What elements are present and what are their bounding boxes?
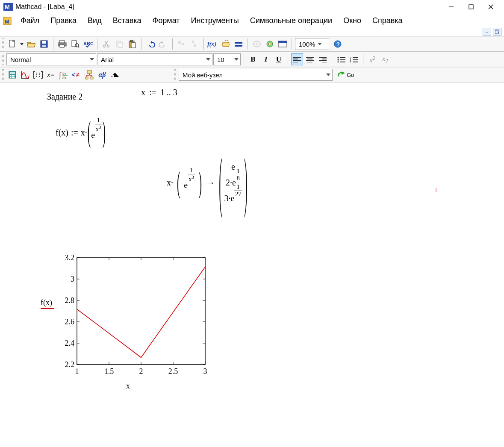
new-button[interactable]	[6, 38, 18, 50]
plot-legend: f(x)	[41, 298, 54, 309]
superscript-button[interactable]: x2	[366, 53, 378, 65]
menu-symbolics[interactable]: Символьные операции	[245, 15, 337, 27]
align-left-button[interactable]	[291, 53, 303, 65]
align-right-button[interactable]	[317, 53, 329, 65]
svg-marker-47	[318, 43, 322, 45]
svg-rect-34	[178, 41, 181, 44]
svg-marker-32	[150, 41, 152, 44]
redo-button[interactable]	[157, 38, 169, 50]
style-value: Normal	[10, 56, 31, 63]
calculate-button[interactable]	[233, 38, 245, 50]
svg-rect-40	[235, 42, 242, 44]
menu-insert[interactable]: Вставка	[108, 15, 147, 27]
svg-marker-50	[90, 58, 94, 61]
menu-tools[interactable]: Инструменты	[186, 15, 244, 27]
mathcad-resources-button[interactable]	[277, 38, 289, 50]
mdi-minimize-button[interactable]: –	[483, 28, 491, 35]
calculator-palette-button[interactable]	[6, 69, 18, 81]
italic-button[interactable]: I	[260, 53, 272, 65]
svg-rect-84	[13, 76, 15, 78]
bullets-button[interactable]	[335, 53, 347, 65]
maximize-button[interactable]	[461, 0, 481, 14]
svg-text:2.8: 2.8	[65, 296, 75, 305]
mdi-restore-button[interactable]	[493, 28, 501, 35]
svg-rect-103	[91, 77, 93, 79]
go-button[interactable]: Go	[333, 69, 358, 81]
menu-format[interactable]: Формат	[147, 15, 185, 27]
new-dropdown[interactable]	[19, 38, 24, 50]
toolbar-grip[interactable]	[2, 38, 4, 50]
font-size-combo[interactable]: 10	[213, 53, 241, 65]
chevron-down-icon	[234, 58, 239, 61]
underline-button[interactable]: U	[273, 53, 285, 65]
symbolic-palette-button[interactable]	[109, 69, 121, 81]
print-button[interactable]	[56, 38, 68, 50]
svg-text:1: 1	[75, 367, 79, 376]
svg-rect-30	[130, 40, 133, 42]
svg-point-90	[39, 76, 40, 77]
greek-palette-button[interactable]: αβ	[96, 69, 108, 81]
toolbar-grip[interactable]	[174, 69, 176, 80]
copy-button[interactable]	[113, 38, 125, 50]
plot-region[interactable]: f(x) 11.522.532.22.42.62.833.2 x	[41, 253, 207, 394]
open-button[interactable]	[25, 38, 37, 50]
menu-edit[interactable]: Правка	[45, 15, 82, 27]
align-across-button[interactable]	[176, 38, 188, 50]
insert-function-button[interactable]: f(x)	[207, 38, 219, 50]
svg-point-25	[103, 45, 106, 47]
programming-palette-button[interactable]	[83, 69, 95, 81]
menu-help[interactable]: Справка	[367, 15, 408, 27]
plot-legend-line	[41, 308, 54, 309]
svg-point-88	[39, 74, 40, 75]
svg-point-85	[36, 73, 37, 74]
align-down-button[interactable]	[189, 38, 200, 50]
paste-button[interactable]	[126, 38, 138, 50]
toolbar-grip[interactable]	[2, 54, 4, 65]
numbering-button[interactable]: 123	[348, 53, 360, 65]
spellcheck-button[interactable]: ABC	[82, 38, 94, 50]
insert-component-button[interactable]	[264, 38, 276, 50]
svg-text:3: 3	[71, 275, 74, 283]
svg-text:≠: ≠	[76, 71, 80, 78]
svg-rect-81	[13, 75, 15, 76]
svg-rect-83	[12, 76, 13, 78]
bold-button[interactable]: B	[247, 53, 259, 65]
insert-unit-button[interactable]	[220, 38, 232, 50]
undo-button[interactable]	[144, 38, 156, 50]
zoom-combo[interactable]: 100%	[295, 38, 329, 50]
toolbar-grip[interactable]	[2, 69, 4, 80]
insert-hyperlink-button[interactable]	[251, 38, 263, 50]
evaluation-palette-button[interactable]: x=	[45, 69, 57, 81]
plot-xlabel: x	[126, 382, 130, 391]
range-definition: x := 1 .. 3	[141, 88, 177, 97]
graph-palette-button[interactable]	[19, 69, 31, 81]
web-address-combo[interactable]: Мой веб-узел	[179, 69, 333, 81]
save-button[interactable]	[38, 38, 50, 50]
calculus-palette-button[interactable]: ∫dydx	[58, 69, 70, 81]
subscript-button[interactable]: x2	[379, 53, 391, 65]
worksheet[interactable]: Задание 2 x := 1 .. 3 f(x) := x· ( e 1x3…	[0, 82, 504, 441]
svg-point-65	[337, 57, 339, 58]
align-center-button[interactable]	[304, 53, 316, 65]
svg-rect-107	[77, 258, 205, 365]
print-preview-button[interactable]	[69, 38, 81, 50]
menu-file[interactable]: Файл	[15, 15, 44, 27]
svg-text:2: 2	[139, 367, 143, 376]
svg-text:2.6: 2.6	[65, 318, 75, 326]
menu-window[interactable]: Окно	[338, 15, 366, 27]
close-button[interactable]	[481, 0, 501, 14]
svg-text:?: ?	[336, 41, 340, 47]
matrix-palette-button[interactable]	[32, 69, 44, 81]
minimize-button[interactable]	[442, 0, 461, 14]
font-combo[interactable]: Arial	[97, 53, 212, 65]
style-combo[interactable]: Normal	[6, 53, 96, 65]
menu-view[interactable]: Вид	[83, 15, 107, 27]
task-label: Задание 2	[47, 92, 83, 102]
help-button[interactable]: ?	[331, 38, 343, 50]
boolean-palette-button[interactable]: <≠	[71, 69, 83, 81]
svg-point-69	[337, 61, 339, 62]
cut-button[interactable]	[100, 38, 112, 50]
svg-text:3.2: 3.2	[65, 253, 75, 262]
svg-rect-14	[42, 41, 46, 44]
vector-row-1: e	[231, 162, 235, 172]
